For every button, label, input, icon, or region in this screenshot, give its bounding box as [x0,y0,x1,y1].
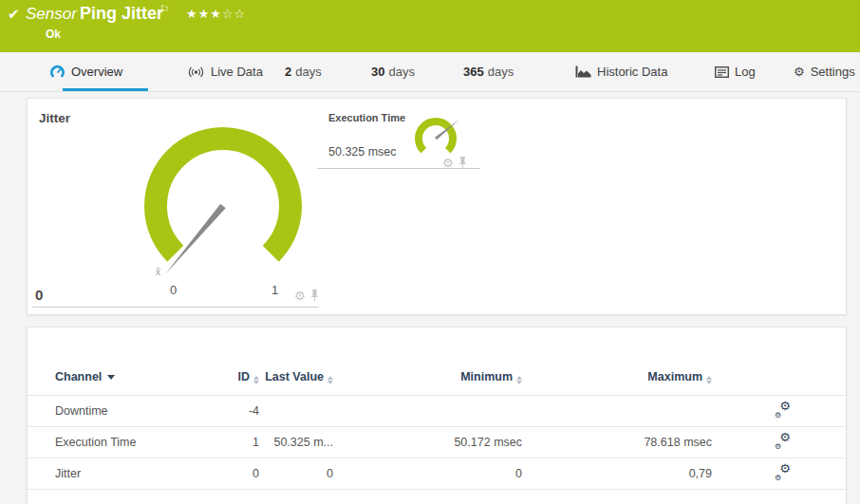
tab-overview-label: Overview [71,65,122,79]
channel-id-cell: -4 [198,395,261,426]
tab-settings[interactable]: ⚙ Settings [794,52,855,91]
channel-name-cell: Jitter [28,457,198,489]
channel-id-cell: 0 [198,457,261,489]
channel-maximum-cell [524,395,714,426]
tab-30-days-number: 30 [371,65,384,79]
table-row-jitter: Jitter 0 0 0 0,79 ⚙⚙ [28,457,848,489]
tab-log[interactable]: Log [715,52,756,91]
sort-toggle-icon[interactable] [253,376,259,384]
column-header-maximum-label: Maximum [647,370,702,383]
table-header-row: Channel ID Last Value Minimum Maximum [28,362,848,395]
sensor-status-header: ✔ Sensor Ping Jitter ⚐ ★★★☆☆ Ok [0,0,860,52]
secondary-gauge-value: 50.325 msec [328,145,397,159]
active-tab-underline [63,88,148,91]
object-kind-label: Sensor [26,5,77,24]
channel-last-value-cell [261,395,335,426]
channel-table-panel: Channel ID Last Value Minimum Maximum [27,327,847,504]
gauge-icon [49,65,65,79]
channel-settings-gears-icon[interactable]: ⚙⚙ [775,465,791,479]
primary-gauge: x̄ 0 1 [138,122,318,298]
channel-last-value-cell: 50.325 m... [261,426,335,457]
tab-30-days[interactable]: 30 days [371,52,415,91]
area-chart-icon [575,65,591,78]
column-header-minimum-label: Minimum [460,370,513,383]
broadcast-icon [187,65,205,79]
status-ok-check-icon: ✔ [8,6,20,23]
channel-minimum-cell: 0 [335,457,524,489]
sort-toggle-icon[interactable] [706,376,712,384]
sensor-status-text: Ok [46,28,61,41]
prtg-sensor-page: { "colors": { "status_green": "#a9c414",… [0,0,860,504]
sensor-title: Ping Jitter [80,4,163,24]
channel-maximum-cell: 0,79 [524,457,714,489]
sort-toggle-icon[interactable] [327,376,333,384]
log-list-icon [715,66,729,78]
gauge-scale-max: 1 [271,283,278,297]
column-header-last-value-label: Last Value [265,370,324,383]
table-row-execution-time: Execution Time 1 50.325 m... 50.172 msec… [28,426,848,457]
channel-table: Channel ID Last Value Minimum Maximum [28,362,848,490]
gauges-panel: Jitter x̄ 0 1 0 ⚙ Execution Time 50.325 … [27,98,847,315]
tab-log-label: Log [735,65,756,79]
channel-minimum-cell [335,395,524,426]
column-header-minimum[interactable]: Minimum [335,362,524,395]
tab-bar: Overview Live Data 2 days 30 days 365 da… [0,52,860,92]
channel-last-value-cell: 0 [261,457,335,489]
sort-active-desc-icon[interactable] [107,375,115,380]
tab-365-days-unit: days [488,65,514,79]
column-header-last-value[interactable]: Last Value [261,362,335,395]
secondary-gauge-title: Execution Time [328,112,405,123]
table-row-downtime: Downtime -4 ⚙⚙ [28,395,848,426]
channel-settings-gears-icon[interactable]: ⚙⚙ [775,434,791,448]
tab-365-days-number: 365 [463,65,484,79]
gauge-settings-gear-icon[interactable]: ⚙ [294,289,306,302]
tab-365-days[interactable]: 365 days [463,52,514,91]
tab-overview[interactable]: Overview [49,52,122,91]
channel-name-cell: Execution Time [28,426,198,457]
sort-toggle-icon[interactable] [516,376,522,384]
channel-settings-gears-icon[interactable]: ⚙⚙ [775,402,791,417]
column-header-channel-label: Channel [55,370,102,383]
column-header-id[interactable]: ID [198,362,261,395]
primary-gauge-divider [32,307,319,308]
channel-maximum-cell: 78.618 msec [524,426,714,457]
channel-name-cell: Downtime [28,395,198,426]
tab-settings-label: Settings [811,65,855,79]
gear-icon: ⚙ [794,65,805,78]
channel-minimum-cell: 50.172 msec [335,426,524,457]
secondary-gauge-divider [317,168,480,169]
tab-2-days-unit: days [295,65,321,79]
tab-30-days-unit: days [388,65,414,79]
primary-gauge-actions: ⚙ [294,289,319,302]
channel-id-cell: 1 [198,426,261,457]
gauge-average-marker: x̄ [156,267,160,277]
tab-live-data-label: Live Data [211,65,263,79]
primary-gauge-value: 0 [35,287,43,303]
tab-historic-data[interactable]: Historic Data [575,52,667,91]
pin-icon[interactable] [310,289,319,302]
tab-2-days[interactable]: 2 days [285,52,322,91]
primary-gauge-title: Jitter [39,111,70,125]
priority-stars[interactable]: ★★★☆☆ [186,7,246,21]
column-header-id-label: ID [238,370,251,383]
tab-historic-data-label: Historic Data [597,65,667,79]
column-header-actions [714,362,848,395]
tab-live-data[interactable]: Live Data [187,52,263,91]
flag-icon[interactable]: ⚐ [159,3,170,16]
column-header-maximum[interactable]: Maximum [524,362,714,395]
tab-2-days-number: 2 [285,65,291,79]
column-header-channel[interactable]: Channel [28,362,198,395]
gauge-scale-min: 0 [170,283,177,297]
secondary-gauge-cell: Execution Time 50.325 msec ⚙ [317,99,485,175]
